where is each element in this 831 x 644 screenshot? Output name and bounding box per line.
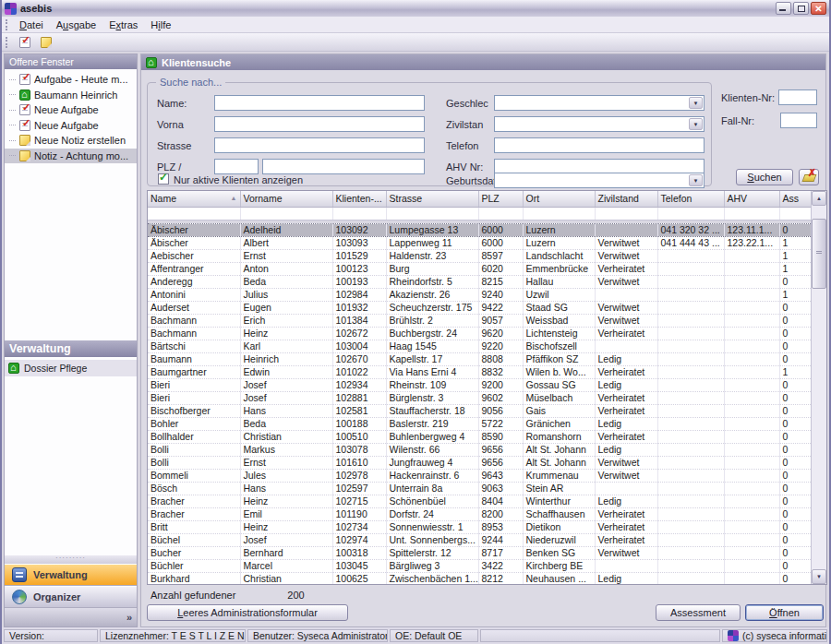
nav-organizer[interactable]: Organizer bbox=[5, 586, 137, 608]
new-task-button[interactable] bbox=[15, 34, 34, 51]
cell: 1 bbox=[779, 262, 811, 275]
table-row[interactable]: BommeliJules102978Hackenrainstr. 69643Kr… bbox=[148, 469, 811, 482]
vertical-scrollbar[interactable]: ▲ ▼ bbox=[811, 191, 826, 584]
vorname-input[interactable] bbox=[214, 116, 425, 132]
table-row[interactable]: ÄbischerAdelheid103092Lumpegasse 136000L… bbox=[148, 223, 811, 236]
table-row[interactable]: BaumgartnerEdwin101022Via Hans Erni 4883… bbox=[148, 365, 811, 378]
cell: Scheuchzerstr. 175 bbox=[386, 301, 478, 314]
menu-item[interactable]: Ausgabe bbox=[50, 18, 102, 31]
menubar-grip[interactable] bbox=[6, 19, 9, 30]
fall-nr-input[interactable] bbox=[780, 113, 817, 128]
table-row[interactable]: BüchlerMarcel103045Bärgliweg 33422Kirchb… bbox=[148, 559, 811, 572]
search-button[interactable]: Suchen bbox=[736, 169, 793, 185]
column-header[interactable]: Ass bbox=[779, 191, 811, 207]
toolbar-grip[interactable] bbox=[6, 37, 9, 48]
sidebar-splitter[interactable]: ········· bbox=[5, 555, 137, 564]
clear-search-button[interactable] bbox=[799, 169, 819, 185]
filter-cell[interactable] bbox=[332, 207, 386, 220]
table-row[interactable]: AudersetEugen101932Scheuchzerstr. 175942… bbox=[148, 301, 811, 314]
table-row[interactable]: AebischerErnst101529Haldenstr. 238597Lan… bbox=[148, 249, 811, 262]
menu-item[interactable]: Hilfe bbox=[144, 18, 177, 31]
column-header[interactable]: AHV bbox=[724, 191, 779, 207]
table-row[interactable]: BöschHans102597Unterrain 8a9063Stein AR0 bbox=[148, 482, 811, 495]
table-row[interactable]: AndereggBeda100193Rheindorfstr. 58215Hal… bbox=[148, 275, 811, 288]
table-row[interactable]: BachmannHeinz102672Buchbergstr. 249620Li… bbox=[148, 327, 811, 340]
table-row[interactable]: BischofbergerHans102581Stauffacherstr. 1… bbox=[148, 404, 811, 417]
menu-item[interactable]: Datei bbox=[13, 18, 50, 31]
filter-cell[interactable] bbox=[779, 207, 811, 220]
table-row[interactable]: BucherBernhard100318Spittelerstr. 128717… bbox=[148, 546, 811, 559]
table-row[interactable]: BracherHeinz102715Schönenbüel8404Wintert… bbox=[148, 495, 811, 507]
klienten-nr-input[interactable] bbox=[778, 89, 817, 105]
filter-cell[interactable] bbox=[148, 207, 240, 220]
cell bbox=[657, 572, 724, 584]
table-row[interactable]: AffentrangerAnton100123Burg6020Emmenbrüc… bbox=[148, 262, 811, 275]
column-header[interactable]: Ort bbox=[523, 191, 595, 207]
plz-input[interactable] bbox=[214, 159, 259, 174]
table-row[interactable]: BüchelJosef102974Unt. Sonnenbergs...9244… bbox=[148, 533, 811, 546]
filter-cell[interactable] bbox=[724, 207, 779, 220]
titlebar[interactable]: asebis ✕ bbox=[2, 0, 829, 17]
column-header[interactable]: Telefon bbox=[657, 191, 724, 207]
column-header[interactable]: Strasse bbox=[386, 191, 478, 207]
table-row[interactable]: BolliMarkus103078Wilenstr. 669656Alt St.… bbox=[148, 443, 811, 456]
cell: 101384 bbox=[332, 314, 386, 327]
close-button[interactable]: ✕ bbox=[811, 2, 826, 15]
empty-admin-form-button[interactable]: Leeres Administrationsformular bbox=[147, 604, 348, 621]
table-row[interactable]: BieriJosef102934Rheinstr. 1099200Gossau … bbox=[148, 378, 811, 391]
table-row[interactable]: BärtschiKarl103004Haag 15459220Bischofsz… bbox=[148, 340, 811, 352]
column-header[interactable]: Vorname bbox=[240, 191, 332, 207]
table-row[interactable]: BieriJosef102881Bürglenstr. 39602Müselba… bbox=[148, 391, 811, 404]
open-window-item[interactable]: Neue Aufgabe bbox=[5, 102, 137, 118]
filter-cell[interactable] bbox=[657, 207, 724, 220]
telefon-input[interactable] bbox=[494, 137, 705, 153]
chevron-down-icon[interactable]: ▼ bbox=[689, 97, 703, 109]
column-header[interactable]: PLZ bbox=[478, 191, 523, 207]
name-input[interactable] bbox=[214, 95, 425, 111]
table-row[interactable]: BollhalderChristian100510Buhlenbergweg 4… bbox=[148, 430, 811, 443]
open-window-item[interactable]: Notiz - Achtung mo... bbox=[5, 149, 137, 164]
open-window-item[interactable]: Neue Notiz erstellen bbox=[5, 133, 137, 149]
filter-cell[interactable] bbox=[523, 207, 595, 220]
active-clients-checkbox[interactable]: ✓ bbox=[158, 173, 169, 185]
table-row[interactable]: BracherEmil101190Dorfstr. 248200Schaffha… bbox=[148, 507, 811, 520]
filter-cell[interactable] bbox=[478, 207, 523, 220]
new-note-button[interactable] bbox=[36, 34, 55, 51]
table-row[interactable]: BurkhardChristian100625Zwischenbächen 1.… bbox=[148, 572, 811, 584]
menu-item[interactable]: Extras bbox=[102, 18, 144, 31]
geschlecht-select[interactable]: ▼ bbox=[494, 95, 705, 111]
ort-input[interactable] bbox=[262, 159, 425, 174]
table-row[interactable]: ÄbischerAlbert103093Lappenweg 116000Luze… bbox=[148, 236, 811, 249]
open-button[interactable]: Öffnen bbox=[745, 604, 824, 621]
filter-cell[interactable] bbox=[240, 207, 332, 220]
restore-button[interactable] bbox=[793, 2, 809, 15]
cell: Verheiratet bbox=[595, 507, 657, 520]
table-row[interactable]: BohlerBeda100188Baslerstr. 2195722Gränic… bbox=[148, 417, 811, 430]
zivilstand-select[interactable]: ▼ bbox=[494, 116, 705, 132]
column-header[interactable]: Name▲ bbox=[148, 191, 240, 207]
chevron-down-icon[interactable]: ▼ bbox=[689, 118, 703, 130]
scroll-down-icon[interactable]: ▼ bbox=[812, 569, 826, 584]
minimize-button[interactable] bbox=[776, 2, 791, 15]
table-row[interactable]: AntoniniJulius102984Akazienstr. 269240Uz… bbox=[148, 288, 811, 301]
scroll-up-icon[interactable]: ▲ bbox=[812, 191, 826, 206]
table-row[interactable]: BrittHeinz102734Sonnenwiesstr. 18953Diet… bbox=[148, 520, 811, 533]
nav-verwaltung[interactable]: Verwaltung bbox=[5, 564, 137, 586]
open-window-item[interactable]: Aufgabe - Heute m... bbox=[5, 72, 137, 88]
chevron-down-icon[interactable]: ▼ bbox=[689, 174, 703, 186]
column-header[interactable]: Klienten-... bbox=[332, 191, 386, 207]
table-row[interactable]: BachmannErich101384Brühlstr. 29057Weissb… bbox=[148, 314, 811, 327]
strasse-input[interactable] bbox=[214, 137, 425, 153]
filter-cell[interactable] bbox=[386, 207, 478, 220]
filter-cell[interactable] bbox=[595, 207, 657, 220]
geburtsdatum-select[interactable]: ▼ bbox=[494, 173, 705, 188]
table-row[interactable]: BolliErnst101610Jungfrauweg 49656Alt St.… bbox=[148, 456, 811, 469]
column-header[interactable]: Zivilstand bbox=[595, 191, 657, 207]
more-buttons-chevron[interactable]: » bbox=[126, 612, 132, 623]
table-row[interactable]: BaumannHeinrich102670Kapellstr. 178808Pf… bbox=[148, 352, 811, 365]
open-window-item[interactable]: Neue Aufgabe bbox=[5, 118, 137, 134]
assessment-button[interactable]: Assessment bbox=[656, 604, 741, 621]
open-window-item[interactable]: Baumann Heinrich bbox=[5, 88, 137, 103]
scrollbar-thumb[interactable] bbox=[812, 219, 826, 289]
sidebar-item-dossier-pflege[interactable]: Dossier Pflege bbox=[5, 360, 137, 376]
